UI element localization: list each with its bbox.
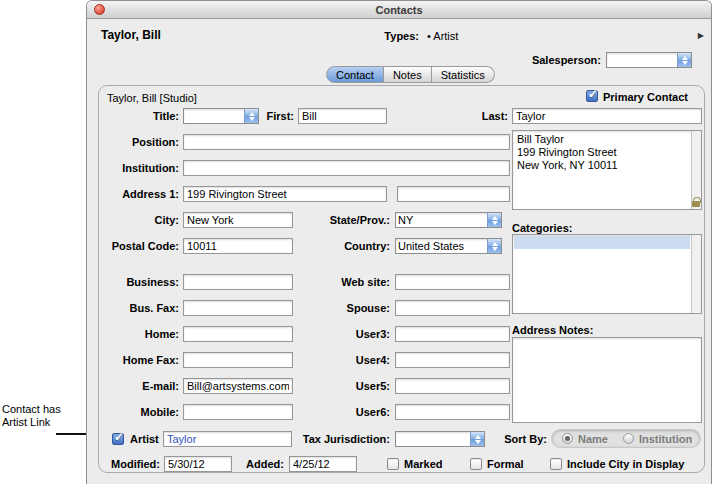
artist-label: Artist	[130, 433, 159, 445]
titlebar[interactable]: Contacts	[87, 1, 711, 19]
home-fax-input[interactable]	[183, 352, 293, 368]
bus-fax-label: Bus. Fax:	[99, 302, 179, 314]
email-input[interactable]	[183, 378, 293, 394]
country-dropdown-icon[interactable]	[487, 239, 501, 253]
institution-label: Institution:	[99, 162, 179, 174]
home-input[interactable]	[183, 326, 293, 342]
bus-fax-input[interactable]	[183, 300, 293, 316]
user4-input[interactable]	[395, 352, 510, 368]
country-input[interactable]	[396, 239, 487, 253]
artist-link-input[interactable]	[163, 431, 292, 447]
types-label: Types:	[367, 30, 419, 42]
annotation-line2: Artist Link	[2, 416, 61, 429]
contact-name-heading: Taylor, Bill	[101, 28, 161, 42]
added-input[interactable]	[289, 456, 357, 472]
annotation-text: Contact has Artist Link	[2, 403, 61, 429]
business-input[interactable]	[183, 274, 293, 290]
tax-jurisdiction-combo[interactable]	[395, 431, 485, 447]
country-combo[interactable]	[395, 238, 502, 254]
address1-input[interactable]	[183, 186, 387, 202]
salesperson-input[interactable]	[607, 53, 677, 67]
tab-notes[interactable]: Notes	[384, 66, 432, 83]
website-input[interactable]	[395, 274, 510, 290]
added-label: Added:	[232, 458, 284, 470]
position-input[interactable]	[183, 134, 510, 150]
artist-checkbox[interactable]	[112, 433, 124, 445]
title-input[interactable]	[184, 109, 244, 123]
window-title: Contacts	[87, 1, 711, 19]
formal-checkbox[interactable]	[470, 458, 482, 470]
salesperson-select[interactable]	[606, 52, 692, 68]
salesperson-dropdown-icon[interactable]	[677, 53, 691, 67]
institution-input[interactable]	[183, 160, 510, 176]
sort-by-name-label: Name	[578, 433, 608, 445]
record-title: Taylor, Bill [Studio]	[107, 92, 197, 104]
postal-code-label: Postal Code:	[99, 240, 179, 252]
sort-by-group: Name Institution	[551, 429, 701, 448]
modified-label: Modified:	[99, 458, 160, 470]
mobile-label: Mobile:	[99, 406, 179, 418]
address-preview-line3: New York, NY 10011	[517, 159, 697, 172]
user6-input[interactable]	[395, 404, 510, 420]
marked-checkbox[interactable]	[387, 458, 399, 470]
tab-statistics[interactable]: Statistics	[432, 66, 495, 83]
website-label: Web site:	[295, 276, 390, 288]
primary-contact-checkbox[interactable]	[586, 90, 598, 102]
mobile-input[interactable]	[183, 404, 293, 420]
state-label: State/Prov.:	[289, 214, 390, 226]
user5-input[interactable]	[395, 378, 510, 394]
last-input[interactable]	[512, 108, 702, 124]
address2-input[interactable]	[397, 186, 510, 202]
sort-by-institution-radio[interactable]	[623, 433, 634, 444]
title-label: Title:	[99, 110, 179, 122]
categories-list[interactable]	[512, 234, 702, 314]
state-input[interactable]	[396, 213, 487, 227]
tab-contact[interactable]: Contact	[326, 66, 384, 83]
business-label: Business:	[99, 276, 179, 288]
lock-icon	[692, 201, 700, 207]
city-label: City:	[99, 214, 179, 226]
types-value[interactable]: • Artist	[427, 30, 693, 42]
sort-by-label: Sort By:	[497, 433, 547, 445]
title-dropdown-icon[interactable]	[244, 109, 258, 123]
address-preview-line1: Bill Taylor	[517, 133, 697, 146]
user3-input[interactable]	[395, 326, 510, 342]
contact-form-panel: Taylor, Bill [Studio] Primary Contact Ti…	[98, 85, 705, 473]
spouse-input[interactable]	[395, 300, 510, 316]
user3-label: User3:	[295, 328, 390, 340]
address-notes-field[interactable]	[512, 337, 702, 423]
categories-label: Categories:	[512, 222, 573, 234]
postal-code-input[interactable]	[183, 238, 293, 254]
address-preview-box: Bill Taylor 199 Rivington Street New Yor…	[512, 130, 702, 210]
contacts-window: Contacts Taylor, Bill Types: • Artist ▶ …	[86, 0, 712, 484]
sort-by-name-radio[interactable]	[562, 433, 573, 444]
primary-contact-label: Primary Contact	[603, 91, 688, 103]
include-city-label: Include City in Display	[567, 458, 684, 470]
title-combo[interactable]	[183, 108, 259, 124]
user4-label: User4:	[295, 354, 390, 366]
user6-label: User6:	[295, 406, 390, 418]
address1-label: Address 1:	[99, 188, 179, 200]
categories-scrollbar[interactable]	[691, 235, 701, 313]
annotation-line1: Contact has	[2, 403, 61, 416]
first-label: First:	[257, 110, 294, 122]
tax-jurisdiction-dropdown-icon[interactable]	[470, 432, 484, 446]
first-input[interactable]	[298, 108, 387, 124]
include-city-checkbox[interactable]	[550, 458, 562, 470]
address-notes-label: Address Notes:	[512, 324, 593, 336]
state-combo[interactable]	[395, 212, 502, 228]
user5-label: User5:	[295, 380, 390, 392]
tax-jurisdiction-input[interactable]	[396, 432, 470, 446]
state-dropdown-icon[interactable]	[487, 213, 501, 227]
home-label: Home:	[99, 328, 179, 340]
salesperson-label: Salesperson:	[501, 54, 601, 66]
tab-bar: Contact Notes Statistics	[326, 66, 495, 83]
email-label: E-mail:	[99, 380, 179, 392]
home-fax-label: Home Fax:	[99, 354, 179, 366]
categories-selected-row[interactable]	[514, 236, 690, 249]
position-label: Position:	[99, 136, 179, 148]
country-label: Country:	[289, 240, 390, 252]
modified-input[interactable]	[164, 456, 232, 472]
city-input[interactable]	[183, 212, 293, 228]
types-disclosure-icon[interactable]: ▶	[698, 31, 704, 40]
